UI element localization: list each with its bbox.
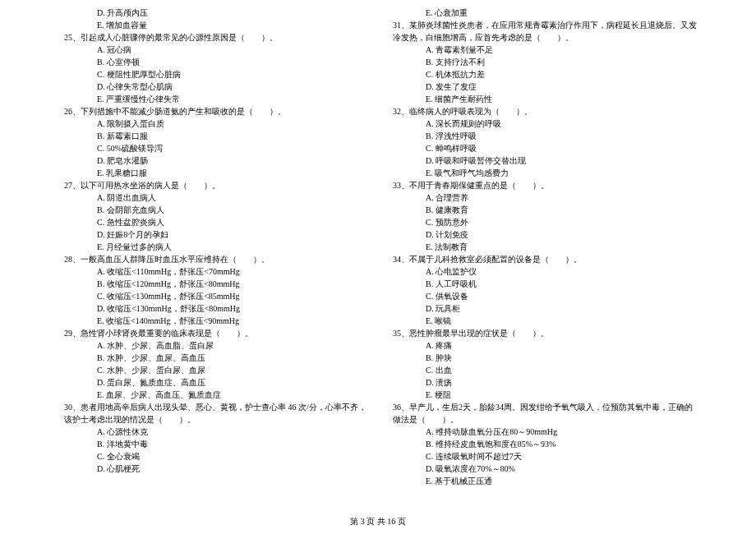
answer-option: A. 深长而规则的呼吸 xyxy=(385,117,700,130)
question-text: 29、急性肾小球肾炎最重要的临床表现是（ ）。 xyxy=(56,327,371,339)
question-text: 32、临终病人的呼吸表现为（ ）。 xyxy=(385,105,700,117)
question-text: 36、早产儿，生后2天，胎龄34周。因发绀给予氧气吸入，位预防其氧中毒，正确的做… xyxy=(385,401,700,426)
answer-option: C. 收缩压<130mmHg，舒张压<85mmHg xyxy=(56,290,371,302)
answer-option: A. 青霉素剂量不足 xyxy=(385,44,700,56)
answer-option: E. 月经量过多的病人 xyxy=(56,241,371,253)
answer-option: C. 机体抵抗力差 xyxy=(385,68,700,81)
answer-option: B. 健康教育 xyxy=(385,204,700,216)
answer-option: C. 出血 xyxy=(385,364,700,376)
answer-option: E. 基于机械正压通 xyxy=(385,475,700,487)
answer-option: E. 法制教育 xyxy=(385,241,700,253)
question-text: 25、引起成人心脏骤停的最常见的心源性原因是（ ）。 xyxy=(56,31,371,44)
answer-option: A. 冠心病 xyxy=(56,44,371,56)
question-text: 35、恶性肿瘤最早出现的症状是（ ）。 xyxy=(385,327,700,339)
answer-option: E. 梗阻 xyxy=(385,389,700,401)
answer-option: E. 心衰加重 xyxy=(385,7,700,19)
question-text: 34、不属于儿科抢救室必须配置的设备是（ ）。 xyxy=(385,253,700,265)
answer-option: D. 溃疡 xyxy=(385,376,700,389)
answer-option: B. 水肿、少尿、血尿、高血压 xyxy=(56,352,371,364)
answer-option: E. 收缩压<140mmHg，舒张压<90mmHg xyxy=(56,315,371,327)
answer-option: C. 全心衰竭 xyxy=(56,450,371,463)
question-text: 26、下列措施中不能减少肠道氨的产生和吸收的是（ ）。 xyxy=(56,105,371,117)
answer-option: D. 呼吸和呼吸暂停交替出现 xyxy=(385,154,700,167)
answer-option: D. 吸氧浓度在70%～80% xyxy=(385,463,700,475)
answer-option: C. 梗阻性肥厚型心脏病 xyxy=(56,68,371,81)
answer-option: A. 维持动脉血氧分压在80～90mmHg xyxy=(385,426,700,438)
answer-option: D. 心律失常型心肌病 xyxy=(56,81,371,93)
answer-option: D. 妊娠8个月的孕妇 xyxy=(56,228,371,241)
answer-option: E. 喉镜 xyxy=(385,315,700,327)
answer-option: D. 心肌梗死 xyxy=(56,463,371,475)
answer-option: B. 心室停顿 xyxy=(56,56,371,68)
question-text: 30、患者用地高辛后病人出现头晕、恶心、黄视，护士查心率 46 次/分，心率不齐… xyxy=(56,401,371,426)
page-content: D. 升高颅内压E. 增加血容量25、引起成人心脏骤停的最常见的心源性原因是（ … xyxy=(0,7,756,487)
answer-option: E. 血尿、少尿、高血压、氮质血症 xyxy=(56,389,371,401)
answer-option: C. 急性盆腔炎病人 xyxy=(56,216,371,228)
answer-option: B. 维持经皮血氧饱和度在85%～93% xyxy=(385,438,700,450)
answer-option: B. 支持疗法不利 xyxy=(385,56,700,68)
answer-option: D. 升高颅内压 xyxy=(56,7,371,19)
answer-option: E. 增加血容量 xyxy=(56,19,371,31)
answer-option: A. 心电监护仪 xyxy=(385,265,700,278)
answer-option: C. 50%硫酸镁导泻 xyxy=(56,142,371,154)
answer-option: B. 新霉素口服 xyxy=(56,130,371,142)
answer-option: A. 阴道出血病人 xyxy=(56,191,371,204)
answer-option: E. 细菌产生耐药性 xyxy=(385,93,700,105)
answer-option: E. 严重缓慢性心律失常 xyxy=(56,93,371,105)
answer-option: D. 发生了发症 xyxy=(385,81,700,93)
answer-option: D. 玩具柜 xyxy=(385,302,700,315)
answer-option: C. 蝉鸣样呼吸 xyxy=(385,142,700,154)
answer-option: B. 收缩压<120mmHg，舒张压<80mmHg xyxy=(56,278,371,290)
answer-option: D. 收缩压<130mmHg，舒张压<80mmHg xyxy=(56,302,371,315)
answer-option: C. 预防意外 xyxy=(385,216,700,228)
answer-option: A. 限制摄入蛋白质 xyxy=(56,117,371,130)
answer-option: A. 合理营养 xyxy=(385,191,700,204)
question-text: 27、以下可用热水坐浴的病人是（ ）。 xyxy=(56,179,371,191)
question-text: 31、某肺炎球菌性炎患者，在应用常规青霉素治疗作用下，病程延长且退烧后。又发冷发… xyxy=(385,19,700,44)
answer-option: B. 肿块 xyxy=(385,352,700,364)
answer-option: E. 乳果糖口服 xyxy=(56,167,371,179)
answer-option: B. 浮浅性呼吸 xyxy=(385,130,700,142)
answer-option: C. 连续吸氧时间不超过7天 xyxy=(385,450,700,463)
answer-option: A. 心源性休克 xyxy=(56,426,371,438)
question-text: 33、不用于青春期保健重点的是（ ）。 xyxy=(385,179,700,191)
answer-option: C. 供氧设备 xyxy=(385,290,700,302)
answer-option: D. 蛋白尿、氮质血症、高血压 xyxy=(56,376,371,389)
answer-option: D. 肥皂水灌肠 xyxy=(56,154,371,167)
right-column: E. 心衰加重31、某肺炎球菌性炎患者，在应用常规青霉素治疗作用下，病程延长且退… xyxy=(378,7,707,487)
answer-option: E. 吸气和呼气均感费力 xyxy=(385,167,700,179)
answer-option: A. 水肿、少尿、高血脂、蛋白尿 xyxy=(56,339,371,352)
answer-option: C. 水肿、少尿、蛋白尿、血尿 xyxy=(56,364,371,376)
answer-option: A. 疼痛 xyxy=(385,339,700,352)
answer-option: D. 计划免疫 xyxy=(385,228,700,241)
answer-option: B. 洋地黄中毒 xyxy=(56,438,371,450)
answer-option: B. 人工呼吸机 xyxy=(385,278,700,290)
question-text: 28、一般高血压人群降压时血压水平应维持在（ ）。 xyxy=(56,253,371,265)
page-footer: 第 3 页 共 16 页 xyxy=(0,515,756,527)
answer-option: A. 收缩压<110mmHg，舒张压<70mmHg xyxy=(56,265,371,278)
answer-option: B. 会阴部充血病人 xyxy=(56,204,371,216)
left-column: D. 升高颅内压E. 增加血容量25、引起成人心脏骤停的最常见的心源性原因是（ … xyxy=(49,7,378,487)
